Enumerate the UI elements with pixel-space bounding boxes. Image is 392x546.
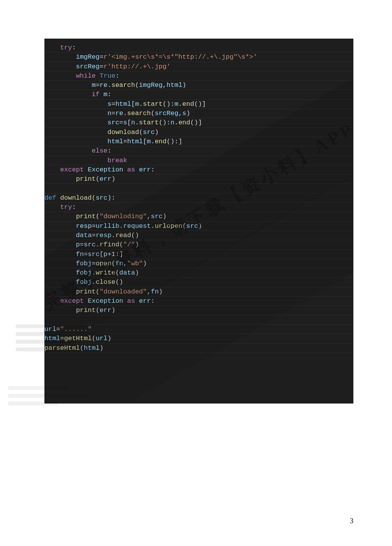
- code-line: while True:: [44, 71, 353, 81]
- code-line: n=re.search(srcReg,s): [44, 109, 353, 118]
- code-line: except Exception as err:: [44, 165, 353, 175]
- code-block: try: imgReg=r'<img.+src\s*=\s*"http://.+…: [44, 39, 353, 404]
- code-line: print("downloding",src): [44, 212, 353, 221]
- code-line: if m:: [44, 90, 353, 99]
- code-line: resp=urllib.request.urlopen(src): [44, 222, 353, 231]
- code-line: print(err): [44, 175, 353, 184]
- page-number: 3: [350, 517, 353, 525]
- code-line: html=getHtml(url): [44, 334, 353, 343]
- code-line: parseHtml(html): [44, 344, 353, 353]
- code-line: except Exception as err:: [44, 297, 353, 306]
- code-line: download(src): [44, 128, 353, 137]
- code-line: src=s[n.start():n.end()]: [44, 118, 353, 127]
- code-line: data=resp.read(): [44, 231, 353, 240]
- code-line: try:: [44, 203, 353, 212]
- code-line: else:: [44, 146, 353, 156]
- code-line: url="......": [44, 325, 353, 334]
- code-line: fobj.write(data): [44, 268, 353, 278]
- code-line: srcReg=r'http://.+\.jpg': [44, 62, 353, 71]
- code-line: html=html[m.end():]: [44, 137, 353, 146]
- code-line: s=html[m.start():m.end()]: [44, 100, 353, 109]
- code-line: try:: [44, 43, 353, 53]
- code-line: p=src.rfind("/"): [44, 240, 353, 249]
- code-line: [44, 315, 353, 325]
- code-line: [44, 184, 353, 193]
- code-line: break: [44, 156, 353, 165]
- code-line: fobj.close(): [44, 278, 353, 287]
- code-line: imgReg=r'<img.+src\s*=\s*"http://.+\.jpg…: [44, 53, 353, 62]
- code-line: print(err): [44, 306, 353, 315]
- document-page: try: imgReg=r'<img.+src\s*=\s*"http://.+…: [0, 0, 392, 546]
- code-line: fobj=open(fn,"wb"): [44, 259, 353, 268]
- code-line: def download(src):: [44, 193, 353, 203]
- code-line: print("downloaded",fn): [44, 287, 353, 297]
- code-line: fn=src[p+1:]: [44, 250, 353, 259]
- code-line: m=re.search(imgReg,html): [44, 81, 353, 90]
